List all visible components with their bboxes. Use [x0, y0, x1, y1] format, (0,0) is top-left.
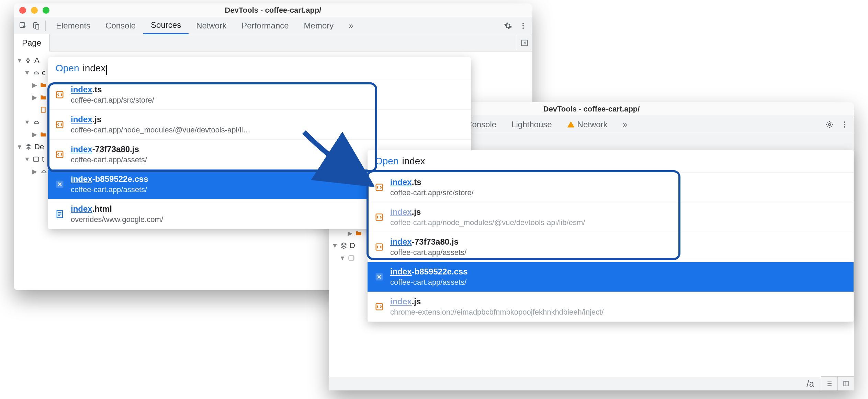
inspect-icon[interactable] [16, 19, 30, 32]
more-tabs[interactable]: » [341, 17, 361, 34]
tab-network[interactable]: Network [560, 116, 615, 133]
more-icon[interactable] [517, 19, 530, 32]
command-result[interactable]: index-73f73a80.jscoffee-cart.app/assets/ [368, 232, 854, 262]
footer-status: /a [329, 377, 821, 390]
panel-collapse-icon[interactable] [516, 34, 532, 51]
tree-label: D [350, 241, 355, 250]
tab-sources[interactable]: Sources [143, 17, 189, 34]
svg-point-3 [522, 23, 524, 24]
tab-console[interactable]: Console [98, 17, 143, 34]
tabbar: Elements Console Sources Network Perform… [14, 17, 532, 34]
panel-tabs: Elements Console Sources Network Perform… [48, 17, 501, 34]
content-area: ▼A ▼ ▶ ▶ ▼ ▶ ▼D ▼ Open index index.tscof… [329, 150, 854, 390]
page-tab[interactable]: Page [14, 34, 50, 51]
tab-network[interactable]: Network [189, 17, 234, 34]
footer-buttons [821, 376, 854, 390]
svg-rect-2 [36, 24, 39, 29]
settings-icon[interactable] [501, 19, 515, 32]
file-tree[interactable]: ▼A ▼c ▶ ▶ ▼ ▶ ▼De ▼t ▶ [16, 54, 47, 178]
tab-lighthouse[interactable]: Lighthouse [504, 116, 559, 133]
window-title: DevTools - coffee-cart.app/ [14, 6, 532, 15]
settings-icon[interactable] [823, 118, 836, 131]
command-result[interactable]: index-b859522e.csscoffee-cart.app/assets… [368, 262, 854, 292]
svg-point-18 [844, 121, 845, 123]
tab-memory[interactable]: Memory [296, 17, 341, 34]
footer-btn-1[interactable] [821, 377, 837, 390]
command-menu: Open index index.tscoffee-cart.app/src/s… [368, 150, 854, 322]
titlebar: DevTools - coffee-cart.app/ [14, 3, 532, 17]
command-result[interactable]: index.jscoffee-cart.app/node_modules/@vu… [48, 110, 471, 140]
more-tabs[interactable]: » [615, 116, 635, 133]
sources-panel-bar: Page [14, 34, 532, 51]
command-result[interactable]: index.tscoffee-cart.app/src/store/ [368, 173, 854, 202]
tree-label: c [42, 68, 46, 77]
tree-label: t [42, 155, 44, 164]
command-input[interactable]: Open index [48, 57, 471, 80]
warning-icon [567, 121, 575, 128]
tab-performance[interactable]: Performance [234, 17, 296, 34]
svg-rect-8 [34, 157, 39, 162]
cmd-query: index [402, 156, 425, 167]
tab-elements[interactable]: Elements [48, 17, 98, 34]
svg-point-20 [844, 126, 845, 128]
command-result[interactable]: index.tscoffee-cart.app/src/store/ [48, 80, 471, 110]
tree-label: De [34, 142, 44, 151]
device-toggle-icon[interactable] [30, 19, 43, 32]
command-result[interactable]: index.jscoffee-cart.app/node_modules/@vu… [368, 202, 854, 232]
svg-point-19 [844, 124, 845, 125]
svg-rect-21 [349, 256, 354, 260]
cmd-query: index [83, 63, 107, 74]
cmd-prefix: Open [375, 156, 399, 167]
svg-point-5 [522, 27, 524, 29]
svg-rect-7 [41, 107, 45, 113]
svg-point-17 [828, 124, 831, 126]
cmd-prefix: Open [56, 63, 79, 74]
command-input[interactable]: Open index [368, 150, 854, 173]
svg-rect-27 [844, 381, 848, 386]
svg-point-4 [522, 25, 524, 26]
more-icon[interactable] [838, 118, 851, 131]
tree-label: A [34, 56, 40, 65]
footer-btn-2[interactable] [837, 377, 854, 390]
command-result[interactable]: index.jschrome-extension://eimadpbcbfnmb… [368, 292, 854, 322]
